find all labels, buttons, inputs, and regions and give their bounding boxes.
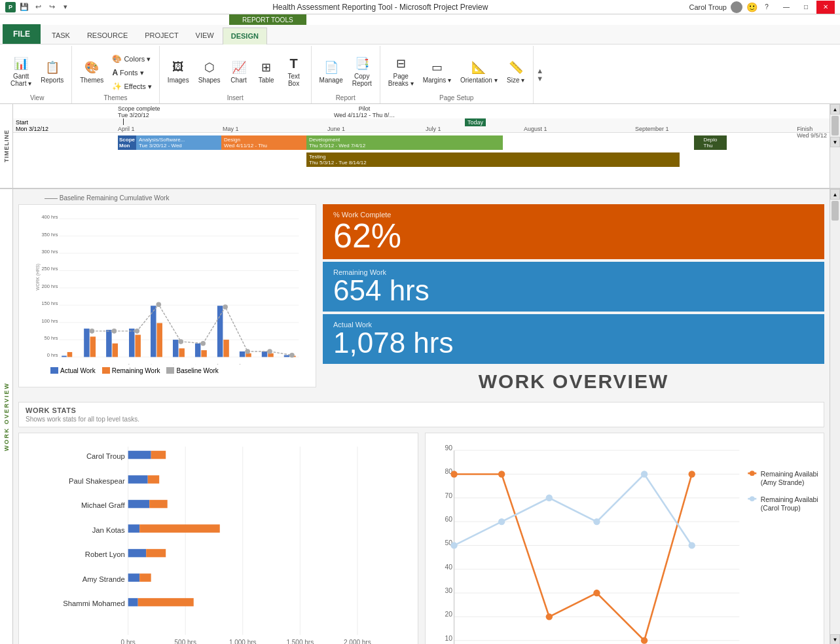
legend-baseline-work: Baseline Work — [166, 367, 218, 374]
maximize-button[interactable]: □ — [797, 1, 815, 14]
svg-text:Pilot: Pilot — [211, 363, 220, 364]
svg-text:200 hrs: 200 hrs — [41, 283, 58, 289]
themes-group-label: Themes — [103, 94, 127, 103]
svg-point-123 — [593, 518, 600, 525]
svg-text:400 hrs: 400 hrs — [41, 214, 58, 220]
scope-bar: ScopeMon — [118, 135, 136, 150]
textbox-button[interactable]: T TextBox — [281, 53, 307, 90]
themes-button[interactable]: 🎨 Themes — [76, 57, 107, 86]
main-scrollbar-v[interactable]: ▲ ▼ — [830, 189, 840, 644]
report-content-area[interactable]: —— Baseline Remaining Cumulative Work 0 … — [13, 189, 830, 644]
svg-text:0 hrs: 0 hrs — [121, 639, 136, 644]
main-scroll-up[interactable]: ▲ — [830, 189, 840, 200]
svg-text:Analysis/Softwa...: Analysis/Softwa... — [60, 363, 88, 364]
svg-point-114 — [450, 471, 457, 477]
fonts-button[interactable]: A Fonts ▾ — [109, 66, 155, 79]
size-button[interactable]: 📏 Size ▾ — [503, 57, 529, 86]
pagesetup-group-items: ⊟ PageBreaks ▾ ▭ Margins ▾ 📐 Orientation… — [384, 46, 529, 94]
ribbon-scroll-up[interactable]: ▲ — [536, 67, 543, 75]
svg-point-122 — [545, 495, 552, 501]
tab-project[interactable]: PROJECT — [136, 27, 187, 44]
user-name: Carol Troup — [689, 3, 727, 11]
scroll-thumb[interactable] — [831, 116, 839, 135]
table-icon: ⊞ — [259, 60, 274, 75]
svg-text:Jan Kotas: Jan Kotas — [92, 526, 125, 534]
copy-report-icon: 📑 — [354, 56, 370, 71]
kpi-column: % Work Complete 62% Remaining Work 654 h… — [323, 204, 824, 397]
gantt-chart-button[interactable]: 📊 GanttChart ▾ — [7, 53, 35, 90]
scroll-up-arrow[interactable]: ▲ — [830, 104, 840, 115]
undo-button[interactable]: ↩ — [32, 1, 44, 13]
shapes-button[interactable]: ⬡ Shapes — [194, 57, 225, 86]
timeline-bars: ScopeMon Analysis/Software...Tue 3/20/12… — [79, 134, 830, 173]
close-button[interactable]: ✕ — [816, 1, 835, 14]
ribbon-scroll-down[interactable]: ▼ — [536, 75, 543, 82]
redo-button[interactable]: ↪ — [46, 1, 58, 13]
kpi-work-complete-label: % Work Complete — [333, 211, 814, 219]
svg-rect-85 — [128, 549, 147, 558]
svg-text:500 hrs: 500 hrs — [175, 639, 196, 644]
timeline-scrollbar-v[interactable]: ▲ ▼ — [830, 104, 840, 188]
svg-text:90: 90 — [445, 444, 452, 452]
svg-rect-82 — [128, 524, 140, 533]
reports-button[interactable]: 📋 Reports — [37, 57, 67, 86]
svg-point-119 — [688, 471, 695, 477]
svg-text:WORK (HRS): WORK (HRS) — [35, 264, 41, 291]
svg-text:Robert Lyon: Robert Lyon — [85, 550, 125, 558]
tab-view[interactable]: VIEW — [187, 27, 223, 44]
kpi-work-complete: % Work Complete 62% — [323, 204, 824, 259]
chart-button[interactable]: 📈 Chart — [226, 57, 252, 86]
svg-text:70: 70 — [445, 492, 452, 499]
svg-rect-40 — [223, 340, 228, 357]
line-chart-svg: 90 80 70 60 50 40 30 20 10 0 — [431, 438, 819, 644]
app-icons: P — [5, 2, 16, 12]
svg-text:(Amy Strande): (Amy Strande) — [760, 479, 804, 486]
work-stats-section: WORK STATS Shows work stats for all top … — [18, 402, 824, 427]
margins-button[interactable]: ▭ Margins ▾ — [419, 57, 455, 86]
images-button[interactable]: 🖼 Images — [164, 57, 193, 86]
main-scroll-down[interactable]: ▼ — [830, 634, 840, 644]
svg-rect-37 — [201, 350, 206, 357]
scroll-down-arrow[interactable]: ▼ — [830, 137, 840, 147]
tab-task[interactable]: TASK — [43, 27, 79, 44]
svg-rect-24 — [106, 330, 111, 357]
date-august: August 1 — [524, 126, 547, 132]
manage-label: Manage — [320, 77, 343, 84]
svg-text:Remaining Availability: Remaining Availability — [760, 496, 818, 503]
svg-point-134 — [749, 471, 754, 476]
ribbon-scroll[interactable]: ▲ ▼ — [534, 46, 547, 103]
pilot-label: PilotWed 4/11/12 - Thu 8/… — [334, 105, 395, 118]
help-button[interactable]: ? — [758, 1, 776, 14]
colors-button[interactable]: 🎨 Colors ▾ — [109, 52, 155, 65]
save-button[interactable]: 💾 — [18, 1, 30, 13]
page-breaks-button[interactable]: ⊟ PageBreaks ▾ — [384, 53, 418, 90]
copy-report-button[interactable]: 📑 CopyReport — [348, 53, 376, 90]
manage-button[interactable]: 📄 Manage — [316, 57, 347, 86]
left-column: 0 hrs 50 hrs 100 hrs 150 hrs 200 hrs 250… — [18, 204, 316, 397]
minimize-button[interactable]: — — [777, 1, 795, 14]
bar-chart-svg: 0 hrs 50 hrs 100 hrs 150 hrs 200 hrs 250… — [24, 210, 310, 365]
tab-file[interactable]: FILE — [3, 24, 41, 44]
themes-icon: 🎨 — [84, 60, 100, 75]
work-stats-title: WORK STATS — [26, 406, 817, 414]
svg-text:Amy Strande: Amy Strande — [82, 575, 125, 583]
tab-design[interactable]: DESIGN — [223, 27, 267, 45]
svg-rect-79 — [128, 500, 150, 509]
svg-rect-76 — [128, 475, 148, 484]
customize-button[interactable]: ▾ — [60, 1, 71, 13]
svg-text:350 hrs: 350 hrs — [41, 232, 58, 238]
work-stats-desc: Shows work stats for all top level tasks… — [26, 416, 817, 423]
table-button[interactable]: ⊞ Table — [253, 57, 280, 86]
svg-point-116 — [545, 613, 552, 620]
title-text: Health Assessment Reporting Tool - Micro… — [71, 3, 689, 12]
insert-group-items: 🖼 Images ⬡ Shapes 📈 Chart ⊞ Table T — [164, 46, 307, 94]
svg-rect-43 — [246, 353, 251, 357]
scroll-track — [830, 200, 840, 634]
svg-rect-42 — [240, 351, 245, 357]
tab-resource[interactable]: RESOURCE — [79, 27, 136, 44]
ribbon-group-view: 📊 GanttChart ▾ 📋 Reports View — [3, 46, 72, 103]
effects-button[interactable]: ✨ Effects ▾ — [109, 80, 155, 93]
main-scroll-thumb[interactable] — [831, 201, 839, 221]
svg-rect-25 — [113, 344, 118, 357]
orientation-button[interactable]: 📐 Orientation ▾ — [456, 57, 502, 86]
